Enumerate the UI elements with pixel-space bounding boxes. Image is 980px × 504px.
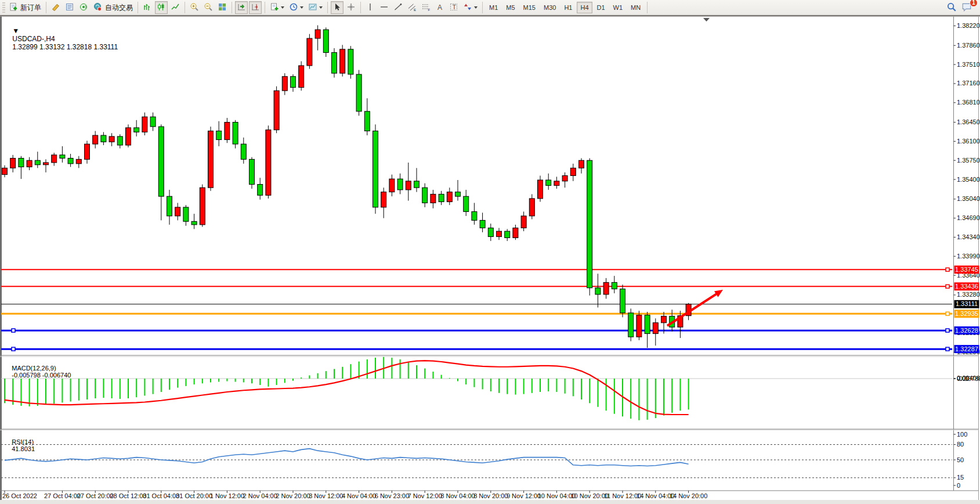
price-tick-label: 1.36810 [957, 99, 980, 106]
dropdown-caret [474, 6, 478, 9]
line-end-handle[interactable] [946, 347, 949, 351]
time-axis-label: 2 Nov 04:00 [243, 492, 277, 499]
tab-timeframe-H4[interactable]: H4 [577, 2, 592, 13]
line-end-handle[interactable] [946, 285, 949, 288]
svg-text:T: T [453, 3, 457, 10]
line-left-handle[interactable] [12, 347, 15, 351]
time-axis-label: 27 Oct 04:00 [44, 492, 81, 499]
line-end-handle[interactable] [946, 329, 949, 332]
auto-trading-icon [93, 2, 103, 13]
zoom-out-button[interactable] [202, 1, 215, 14]
clock-icon [289, 2, 298, 13]
window-left-edge [0, 16, 2, 504]
time-axis-label: 28 Oct 12:00 [110, 492, 147, 499]
text-label-icon: T [449, 2, 458, 13]
price-tick-label: 1.34340 [957, 233, 980, 240]
rsi-tick-label: 80 [957, 441, 964, 448]
price-chart[interactable]: 1.382201.378601.375101.371601.368101.364… [0, 0, 980, 504]
macd-name: MACD(12,26,9) [12, 365, 56, 372]
text-label-tool-button[interactable]: T [447, 1, 460, 14]
separator [232, 2, 232, 13]
crayon-icon [51, 2, 60, 13]
period-button[interactable] [287, 1, 305, 14]
tile-windows-icon [218, 2, 227, 13]
line-chart-button[interactable] [169, 1, 182, 14]
price-tick-label: 1.35750 [957, 157, 980, 164]
new-order-label: 新订单 [20, 3, 41, 13]
symbol-marker-icon[interactable]: ▼ [12, 27, 19, 35]
arrows-icon [463, 2, 472, 13]
rsi-tick-label: 0 [957, 482, 960, 489]
candlestick-icon [157, 2, 166, 13]
rsi-name: RSI(14) [12, 438, 34, 445]
time-axis-label: 8 Nov 04:00 [440, 492, 475, 499]
line-end-handle[interactable] [946, 268, 949, 271]
price-tag-value: 1.33745 [955, 266, 978, 273]
chart-wizard-button[interactable] [49, 1, 62, 14]
price-tick-label: 1.35040 [957, 195, 980, 202]
time-axis-label: 1 Nov 12:00 [210, 492, 244, 499]
news-button[interactable] [63, 1, 76, 14]
tab-timeframe-D1[interactable]: D1 [594, 2, 609, 13]
auto-trading-button[interactable]: 自动交易 [91, 1, 135, 14]
dropdown-caret [281, 6, 284, 9]
zoom-in-icon [190, 2, 199, 13]
time-axis-label: 8 Nov 20:00 [473, 492, 508, 499]
price-tick-label: 1.37160 [957, 80, 980, 87]
channel-tool-button[interactable]: E [406, 1, 418, 14]
crosshair-tool-button[interactable] [345, 1, 357, 14]
price-tick-label: 1.37510 [957, 61, 980, 68]
rsi-indicator-label: RSI(14) 41.8031 [5, 431, 35, 459]
price-tick-label: 1.36450 [957, 118, 980, 125]
tile-windows-button[interactable] [216, 1, 229, 14]
text-a-icon: A [435, 2, 444, 13]
template-button[interactable] [306, 1, 324, 14]
line-end-handle[interactable] [946, 312, 949, 315]
separator [46, 2, 46, 13]
chart-shift-button[interactable] [249, 1, 262, 14]
auto-scroll-button[interactable] [235, 1, 248, 14]
candlestick-chart-button[interactable] [155, 1, 168, 14]
auto-scroll-icon [237, 2, 246, 13]
notification-badge[interactable]: 1 [970, 0, 978, 7]
tab-timeframe-W1[interactable]: W1 [610, 2, 627, 13]
tab-timeframe-H1[interactable]: H1 [560, 2, 576, 13]
new-order-button[interactable]: 新订单 [7, 1, 43, 14]
macd-values: -0.005798 -0.006740 [12, 372, 71, 379]
signal-icon [79, 2, 88, 13]
vertical-line-icon [366, 2, 375, 13]
tab-timeframe-M15[interactable]: M15 [520, 2, 539, 13]
time-axis-label: 31 Oct 20:00 [176, 492, 212, 499]
symbol-period-label: USDCAD-,H4 [12, 35, 55, 43]
tab-timeframe-M1[interactable]: M1 [486, 2, 501, 13]
cursor-tool-button[interactable] [331, 1, 343, 14]
auto-trading-label: 自动交易 [105, 3, 133, 13]
add-indicator-icon [270, 2, 279, 13]
svg-text:A: A [437, 3, 442, 11]
time-axis-label: 10 Nov 04:00 [538, 492, 576, 499]
add-indicator-button[interactable] [268, 1, 286, 14]
line-left-handle[interactable] [12, 329, 15, 332]
arrows-tool-button[interactable] [461, 1, 479, 14]
time-axis-label: 10 Nov 20:00 [570, 492, 608, 499]
rsi-tick-label: 50 [957, 456, 964, 463]
vertical-line-tool-button[interactable] [364, 1, 377, 14]
bar-chart-button[interactable] [141, 1, 154, 14]
tab-timeframe-MN[interactable]: MN [627, 2, 644, 13]
zoom-in-button[interactable] [188, 1, 201, 14]
rsi-tick-label: 15 [957, 474, 964, 481]
time-axis-label: 3 Nov 12:00 [309, 492, 343, 499]
equidistant-channel-icon: E [407, 2, 417, 13]
signal-button[interactable] [77, 1, 90, 14]
separator [360, 2, 361, 13]
tab-timeframe-M5[interactable]: M5 [502, 2, 518, 13]
trendline-tool-button[interactable] [392, 1, 404, 14]
tab-timeframe-M30[interactable]: M30 [540, 2, 559, 13]
time-axis-label: 14 Nov 04:00 [637, 492, 674, 499]
separator [138, 2, 138, 13]
search-button[interactable] [945, 1, 959, 14]
fibonacci-tool-button[interactable]: F [420, 1, 432, 14]
horizontal-line-tool-button[interactable] [378, 1, 390, 14]
text-tool-button[interactable]: A [433, 1, 446, 14]
time-axis-label: 7 Nov 12:00 [408, 492, 442, 499]
